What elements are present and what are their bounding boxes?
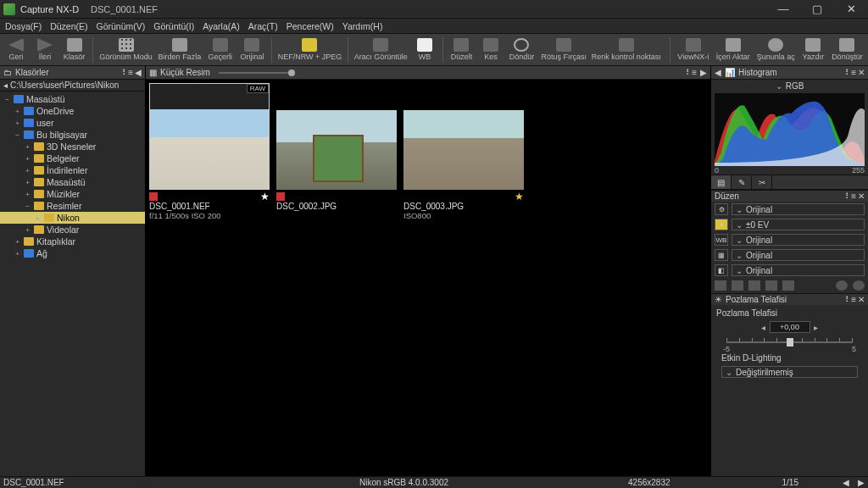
current-button[interactable]: Geçerli bbox=[206, 35, 235, 65]
straighten-button[interactable]: Düzelt bbox=[448, 35, 475, 65]
undo-icon[interactable] bbox=[836, 280, 848, 291]
rotate-button[interactable]: Döndür bbox=[507, 35, 537, 65]
tree-user[interactable]: +user bbox=[0, 117, 145, 129]
thumbnail-size-slider[interactable] bbox=[219, 72, 295, 74]
panel-menu-icon[interactable]: ⠇≡ bbox=[845, 295, 856, 304]
openwith-button[interactable]: Şununla aç bbox=[755, 35, 797, 65]
status-dims: 4256x2832 bbox=[628, 478, 670, 487]
adjust-value: Orijinal bbox=[746, 251, 772, 260]
export-button[interactable]: İçeri Aktar bbox=[714, 35, 751, 65]
histogram-channel-select[interactable]: ⌄RGB bbox=[711, 80, 868, 92]
dlighting-panel: Etkin D-Lighting ⌄Değiştirilmemiş bbox=[716, 350, 863, 381]
exposure-section-title: Pozlama Telafisi bbox=[726, 295, 787, 304]
menu-view[interactable]: Görünüm(V) bbox=[97, 21, 146, 31]
adjust-row-tone[interactable]: ◧⌄Orijinal bbox=[715, 263, 865, 278]
exposure-decrease[interactable]: ◂ bbox=[760, 323, 768, 332]
tree-videos[interactable]: +Videolar bbox=[0, 224, 145, 236]
viewmode-button[interactable]: Görünüm Modu bbox=[98, 35, 153, 65]
menu-tool[interactable]: Araç(T) bbox=[248, 21, 278, 31]
adjust-value: ±0 EV bbox=[746, 220, 769, 230]
tree-network[interactable]: +Ağ bbox=[0, 247, 145, 259]
convert-button[interactable]: Dönüştür bbox=[830, 35, 865, 65]
adjustment-tabs: ▤ ✎ ✂ bbox=[711, 175, 868, 190]
panel-collapse-icon[interactable]: ◀ bbox=[135, 68, 142, 77]
tree-music[interactable]: +Müzikler bbox=[0, 188, 145, 200]
adj-tool-icon[interactable] bbox=[748, 280, 760, 291]
nefjpeg-button[interactable]: NEF/NRW + JPEG bbox=[277, 35, 342, 65]
exposure-section-header: ☀ Pozlama Telafisi ⠇≡✕ bbox=[711, 293, 868, 305]
close-button[interactable]: ✕ bbox=[834, 0, 868, 19]
panel-close-icon[interactable]: ✕ bbox=[858, 68, 865, 77]
tree-documents[interactable]: +Belgeler bbox=[0, 152, 145, 164]
adjust-row-general[interactable]: ⚙⌄Orijinal bbox=[715, 202, 865, 217]
tree-pictures[interactable]: −Resimler bbox=[0, 200, 145, 212]
tab-edit[interactable]: ✎ bbox=[732, 175, 752, 189]
tree-3dobjects[interactable]: +3D Nesneler bbox=[0, 141, 145, 152]
grid-view-icon[interactable]: ▦ bbox=[149, 68, 157, 77]
tree-thispc[interactable]: −Bu bilgisayar bbox=[0, 129, 145, 141]
panel-menu-icon[interactable]: ⠇≡ bbox=[845, 191, 856, 201]
thumbnail-item[interactable]: ★ DSC_0003.JPG ISO800 bbox=[403, 83, 524, 220]
tree-desktop2[interactable]: +Masaüstü bbox=[0, 176, 145, 188]
adjust-row-picture[interactable]: ▦⌄Orijinal bbox=[715, 247, 865, 263]
back-button[interactable]: Geri bbox=[3, 35, 29, 65]
adj-tool-icon[interactable] bbox=[782, 280, 794, 291]
tree-downloads[interactable]: +İndirilenler bbox=[0, 164, 145, 176]
retouch-button[interactable]: Rötuş Fırçası bbox=[540, 35, 588, 65]
statusbar: DSC_0001.NEF Nikon sRGB 4.0.0.3002 4256x… bbox=[0, 476, 868, 488]
viewnxi-button[interactable]: ViewNX-i bbox=[676, 35, 710, 65]
panel-menu-icon[interactable]: ⠇≡ bbox=[122, 68, 133, 77]
exposure-icon: ☀ bbox=[715, 219, 728, 230]
exposure-value[interactable]: +0,00 bbox=[770, 321, 810, 333]
redo-icon[interactable] bbox=[853, 280, 865, 291]
tree-desktop[interactable]: −Masaüstü bbox=[0, 93, 145, 105]
menu-adjust[interactable]: Ayarla(A) bbox=[203, 21, 240, 31]
wb-icon: WB bbox=[715, 234, 728, 246]
menu-image[interactable]: Görüntü(I) bbox=[153, 21, 194, 31]
panel-collapse-icon[interactable]: ◀ bbox=[715, 68, 721, 77]
panel-expand-icon[interactable]: ▶ bbox=[700, 68, 707, 77]
original-button[interactable]: Orijinal bbox=[238, 35, 266, 65]
multi-button[interactable]: Birden Fazla bbox=[157, 35, 203, 65]
adj-tool-icon[interactable] bbox=[715, 280, 726, 291]
prev-button[interactable]: ◀ bbox=[843, 478, 849, 487]
adjust-value: Orijinal bbox=[746, 205, 772, 214]
next-button[interactable]: ▶ bbox=[858, 478, 865, 487]
menu-file[interactable]: Dosya(F) bbox=[5, 21, 42, 31]
print-button[interactable]: Yazdır bbox=[800, 35, 826, 65]
crop-button[interactable]: Kes bbox=[478, 35, 504, 65]
star-icon[interactable]: ★ bbox=[260, 191, 270, 202]
wb-button[interactable]: WB bbox=[412, 35, 437, 65]
adjust-row-exposure[interactable]: ☀⌄±0 EV bbox=[715, 217, 865, 232]
dlighting-dropdown[interactable]: ⌄Değiştirilmemiş bbox=[721, 366, 858, 378]
tree-libraries[interactable]: +Kitaplıklar bbox=[0, 236, 145, 247]
folder-button[interactable]: Klasör bbox=[61, 35, 87, 65]
menu-window[interactable]: Pencere(W) bbox=[287, 21, 334, 31]
menu-help[interactable]: Yardım(H) bbox=[342, 21, 383, 31]
adj-tool-icon[interactable] bbox=[765, 280, 777, 291]
thumbnail-item[interactable]: DSC_0002.JPG bbox=[276, 83, 397, 211]
menu-edit[interactable]: Düzen(E) bbox=[50, 21, 87, 31]
colorctl-button[interactable]: Renk kontrol noktası bbox=[592, 35, 662, 65]
exposure-slider[interactable]: -55 bbox=[716, 335, 863, 350]
tree-onedrive[interactable]: +OneDrive bbox=[0, 105, 145, 117]
thumbnail-item[interactable]: RAW ★ DSC_0001.NEF f/11 1/500s ISO 200 bbox=[149, 83, 270, 220]
panel-close-icon[interactable]: ✕ bbox=[858, 295, 865, 304]
tab-tools[interactable]: ✂ bbox=[752, 175, 772, 189]
minimize-button[interactable]: — bbox=[766, 0, 800, 19]
star-icon[interactable]: ★ bbox=[515, 191, 524, 202]
adjust-row-wb[interactable]: WB⌄Orijinal bbox=[715, 232, 865, 247]
thumbnail-image bbox=[276, 110, 397, 190]
panel-menu-icon[interactable]: ⠇≡ bbox=[686, 68, 697, 77]
tab-list[interactable]: ▤ bbox=[711, 175, 732, 189]
panel-close-icon[interactable]: ✕ bbox=[858, 191, 865, 201]
layout-section-title: Düzen bbox=[715, 191, 739, 201]
forward-button[interactable]: İleri bbox=[32, 35, 58, 65]
maximize-button[interactable]: ▢ bbox=[800, 0, 834, 19]
panel-menu-icon[interactable]: ⠇≡ bbox=[845, 68, 856, 77]
tree-nikon[interactable]: ▸Nikon bbox=[0, 212, 145, 224]
tool-display-button[interactable]: Aracı Görüntüle bbox=[353, 35, 409, 65]
exposure-increase[interactable]: ▸ bbox=[812, 323, 821, 332]
breadcrumb[interactable]: ◂ C:\Users\user\Pictures\Nikon bbox=[0, 80, 145, 92]
adj-tool-icon[interactable] bbox=[732, 280, 743, 291]
